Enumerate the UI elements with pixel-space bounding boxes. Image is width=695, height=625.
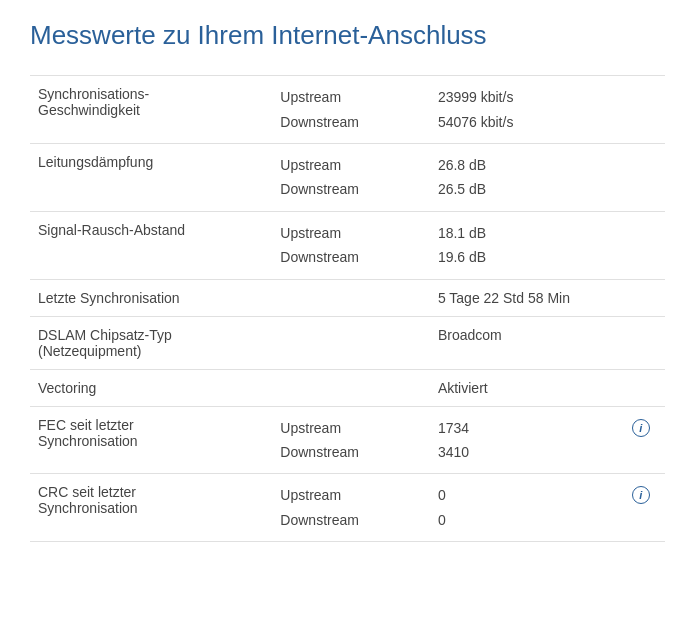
value-last-sync: 5 Tage 22 Std 58 Min xyxy=(430,279,624,316)
table-row-vectoring: VectoringAktiviert xyxy=(30,369,665,406)
label-sync-speed: Synchronisations-Geschwindigkeit xyxy=(30,76,272,144)
direction-crc: UpstreamDownstream xyxy=(272,474,430,542)
direction-snr: UpstreamDownstream xyxy=(272,211,430,279)
table-row-dslam: DSLAM Chipsatz-Typ(Netzequipment)Broadco… xyxy=(30,316,665,369)
empty-icon-dslam xyxy=(624,316,665,369)
label-crc: CRC seit letzterSynchronisation xyxy=(30,474,272,542)
empty-icon-vectoring xyxy=(624,369,665,406)
table-row-line-attenuation: LeitungsdämpfungUpstreamDownstream26.8 d… xyxy=(30,143,665,211)
table-row-snr: Signal-Rausch-AbstandUpstreamDownstream1… xyxy=(30,211,665,279)
label-vectoring: Vectoring xyxy=(30,369,272,406)
value-crc: 00 xyxy=(430,474,624,542)
info-icon-fec[interactable]: i xyxy=(632,419,650,437)
value-dslam: Broadcom xyxy=(430,316,624,369)
label-line-attenuation: Leitungsdämpfung xyxy=(30,143,272,211)
direction-last-sync xyxy=(272,279,430,316)
label-dslam: DSLAM Chipsatz-Typ(Netzequipment) xyxy=(30,316,272,369)
direction-dslam xyxy=(272,316,430,369)
info-icon-crc[interactable]: i xyxy=(632,486,650,504)
empty-icon-snr xyxy=(624,211,665,279)
table-row-last-sync: Letzte Synchronisation5 Tage 22 Std 58 M… xyxy=(30,279,665,316)
direction-sync-speed: UpstreamDownstream xyxy=(272,76,430,144)
table-row-fec: FEC seit letzterSynchronisationUpstreamD… xyxy=(30,406,665,474)
icon-cell-crc: i xyxy=(624,474,665,542)
table-row-sync-speed: Synchronisations-GeschwindigkeitUpstream… xyxy=(30,76,665,144)
label-fec: FEC seit letzterSynchronisation xyxy=(30,406,272,474)
value-snr: 18.1 dB19.6 dB xyxy=(430,211,624,279)
empty-icon-last-sync xyxy=(624,279,665,316)
empty-icon-line-attenuation xyxy=(624,143,665,211)
empty-icon-sync-speed xyxy=(624,76,665,144)
metrics-table: Synchronisations-GeschwindigkeitUpstream… xyxy=(30,75,665,542)
label-last-sync: Letzte Synchronisation xyxy=(30,279,272,316)
table-row-crc: CRC seit letzterSynchronisationUpstreamD… xyxy=(30,474,665,542)
label-snr: Signal-Rausch-Abstand xyxy=(30,211,272,279)
page-title: Messwerte zu Ihrem Internet-Anschluss xyxy=(30,20,665,51)
direction-line-attenuation: UpstreamDownstream xyxy=(272,143,430,211)
value-vectoring: Aktiviert xyxy=(430,369,624,406)
value-fec: 17343410 xyxy=(430,406,624,474)
value-line-attenuation: 26.8 dB26.5 dB xyxy=(430,143,624,211)
icon-cell-fec: i xyxy=(624,406,665,474)
direction-fec: UpstreamDownstream xyxy=(272,406,430,474)
direction-vectoring xyxy=(272,369,430,406)
value-sync-speed: 23999 kbit/s54076 kbit/s xyxy=(430,76,624,144)
